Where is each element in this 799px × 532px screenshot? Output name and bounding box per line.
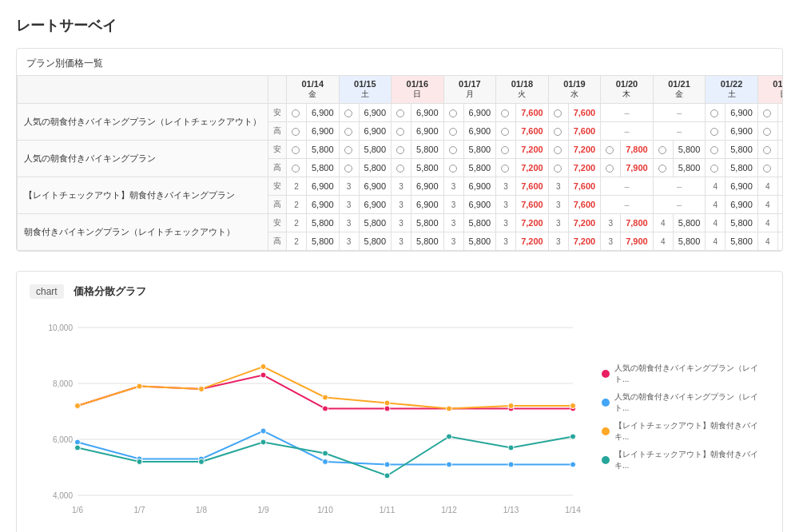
radio-cell[interactable]: [706, 104, 725, 122]
price-cell: 6,900: [411, 122, 444, 141]
price-cell: 6,900: [359, 196, 392, 214]
radio-cell[interactable]: [496, 141, 516, 159]
date-header: 01/17月: [443, 76, 496, 104]
num-cell: 4: [757, 196, 777, 214]
legend-item: 【レイトチェックアウト】朝食付きバイキ...: [602, 420, 769, 443]
price-cell: 7,200: [516, 232, 549, 251]
price-dash: –: [653, 122, 706, 141]
radio-cell[interactable]: [496, 104, 516, 122]
plan-name: 人気の朝食付きバイキングプラン（レイトチェックアウト）: [18, 104, 268, 141]
row-type: 高: [268, 159, 287, 177]
radio-cell[interactable]: [392, 122, 411, 141]
date-header: 01/14金: [287, 76, 340, 104]
price-cell: 5,800: [359, 141, 392, 159]
radio-cell[interactable]: [653, 141, 673, 159]
price-cell: 7,600: [516, 104, 549, 122]
radio-cell[interactable]: [548, 159, 568, 177]
svg-point-47: [260, 439, 266, 445]
radio-cell[interactable]: [287, 122, 307, 141]
row-type: 高: [268, 122, 287, 141]
radio-cell[interactable]: [287, 159, 307, 177]
num-cell: 3: [548, 232, 568, 251]
svg-point-26: [75, 439, 81, 445]
price-cell: 5,800: [673, 232, 706, 251]
radio-cell[interactable]: [601, 141, 621, 159]
table-row: 朝食付きバイキングプラン（レイトチェックアウト）安25,80035,80035,…: [18, 214, 784, 232]
price-cell: 6,900: [777, 104, 783, 122]
legend-item: 【レイトチェックアウト】朝食付きバイキ...: [602, 449, 769, 471]
legend-label: 【レイトチェックアウト】朝食付きバイキ...: [614, 449, 769, 471]
radio-cell[interactable]: [443, 104, 463, 122]
radio-cell[interactable]: [757, 159, 777, 177]
date-header: 01/15土: [339, 76, 392, 104]
radio-cell[interactable]: [653, 159, 673, 177]
table-row: 【レイトチェックアウト】朝食付きバイキングプラン安26,90036,90036,…: [18, 177, 784, 196]
price-cell: 7,200: [777, 159, 783, 177]
legend-item: 人気の朝食付きバイキングプラン（レイト...: [602, 363, 769, 385]
price-cell: 7,800: [621, 141, 654, 159]
radio-cell[interactable]: [706, 122, 725, 141]
svg-point-39: [323, 395, 328, 400]
radio-cell[interactable]: [339, 104, 359, 122]
svg-point-36: [137, 383, 142, 389]
radio-cell[interactable]: [339, 122, 359, 141]
plan-name: 朝食付きバイキングプラン（レイトチェックアウト）: [18, 214, 268, 251]
price-dash: –: [653, 196, 706, 214]
radio-cell[interactable]: [287, 141, 307, 159]
svg-point-21: [323, 406, 328, 411]
num-cell: 2: [287, 214, 307, 232]
radio-cell[interactable]: [496, 122, 516, 141]
radio-cell[interactable]: [496, 159, 516, 177]
radio-cell[interactable]: [287, 104, 307, 122]
price-cell: 5,800: [463, 159, 496, 177]
price-table: 01/14金01/15土01/16日01/17月01/18火01/19水01/2…: [17, 75, 783, 251]
svg-point-42: [508, 403, 514, 409]
price-cell: 5,800: [359, 159, 392, 177]
price-cell: 7,600: [568, 196, 601, 214]
radio-cell[interactable]: [443, 159, 463, 177]
radio-cell[interactable]: [757, 122, 777, 141]
price-cell: 5,800: [673, 159, 706, 177]
radio-cell[interactable]: [548, 141, 568, 159]
svg-point-49: [384, 473, 390, 478]
num-cell: 3: [339, 232, 359, 251]
price-cell: 5,800: [725, 232, 758, 251]
price-dash: –: [601, 104, 654, 122]
price-cell: 5,800: [673, 141, 706, 159]
radio-cell[interactable]: [601, 159, 621, 177]
svg-text:1/12: 1/12: [441, 506, 457, 514]
svg-text:1/8: 1/8: [196, 506, 207, 514]
price-cell: 6,900: [777, 122, 783, 141]
row-type: 安: [268, 177, 287, 196]
plan-name: 【レイトチェックアウト】朝食付きバイキングプラン: [18, 177, 268, 214]
legend-label: 人気の朝食付きバイキングプラン（レイト...: [614, 391, 769, 414]
num-cell: 3: [392, 232, 411, 251]
radio-cell[interactable]: [339, 141, 359, 159]
svg-point-29: [260, 428, 266, 434]
radio-cell[interactable]: [706, 141, 725, 159]
price-cell: 7,200: [568, 214, 601, 232]
row-type: 安: [268, 104, 287, 122]
date-header: 01/22土: [706, 76, 758, 104]
radio-cell[interactable]: [706, 159, 725, 177]
num-cell: 3: [392, 214, 411, 232]
table-row: 人気の朝食付きバイキングプラン安5,8005,8005,8005,8007,20…: [18, 141, 784, 159]
price-cell: 7,200: [777, 214, 783, 232]
price-dash: –: [653, 177, 706, 196]
radio-cell[interactable]: [443, 122, 463, 141]
svg-point-35: [75, 403, 81, 409]
radio-cell[interactable]: [392, 141, 411, 159]
radio-cell[interactable]: [757, 141, 777, 159]
num-cell: 4: [706, 232, 725, 251]
radio-cell[interactable]: [548, 122, 568, 141]
num-cell: 4: [706, 177, 725, 196]
radio-cell[interactable]: [339, 159, 359, 177]
price-cell: 5,800: [307, 141, 340, 159]
radio-cell[interactable]: [443, 141, 463, 159]
chart-area: 10,0008,0006,0004,0001/61/71/81/91/101/1…: [30, 312, 769, 522]
price-cell: 6,900: [777, 177, 783, 196]
radio-cell[interactable]: [392, 159, 411, 177]
radio-cell[interactable]: [757, 104, 777, 122]
radio-cell[interactable]: [392, 104, 411, 122]
radio-cell[interactable]: [548, 104, 568, 122]
